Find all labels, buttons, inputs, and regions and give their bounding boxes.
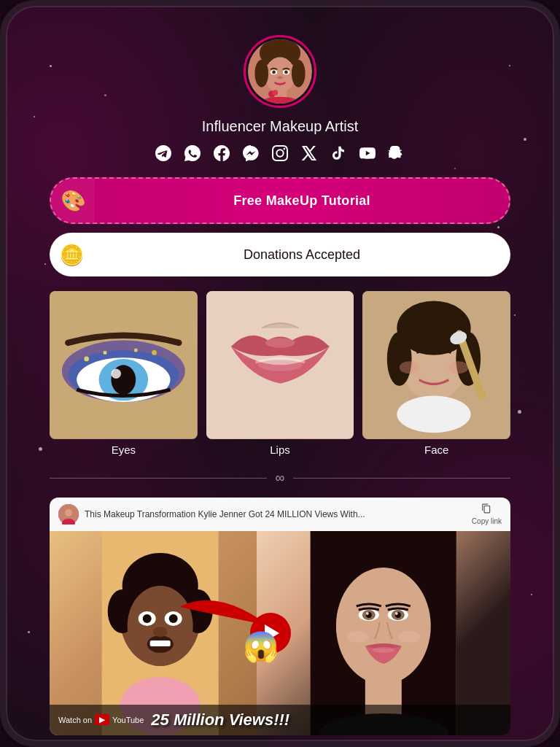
svg-point-37 [397,396,471,433]
views-text-bar: Watch on ▶ YouTube 25 Million Views!!! [50,705,510,735]
whatsapp-icon[interactable] [183,144,202,163]
youtube-label: YouTube [112,716,144,724]
copy-link-button[interactable]: Copy link [472,503,502,525]
svg-point-34 [449,361,469,374]
watch-on-text: Watch on [58,716,92,724]
instagram-icon[interactable] [271,144,289,163]
messenger-icon[interactable] [241,144,260,163]
svg-point-4 [292,60,306,87]
social-icons-row [154,144,406,163]
svg-point-68 [347,631,369,643]
youtube-logo: Watch on ▶ YouTube [58,714,144,725]
tutorial-button-label: Free MakeUp Tutorial [95,193,509,209]
category-lips[interactable]: Lips [206,291,354,456]
svg-point-10 [284,71,288,74]
svg-point-22 [103,351,106,355]
profile-name: Influencer Makeup Artist [202,118,359,135]
svg-point-11 [277,77,282,80]
svg-point-57 [336,568,431,684]
svg-point-20 [111,368,121,379]
donations-button-icon: 🪙 [50,233,93,276]
svg-point-13 [273,90,278,95]
snapchat-icon[interactable] [387,144,406,163]
video-header: This Makeup Transformation Kylie Jenner … [50,498,510,531]
svg-point-24 [134,349,138,352]
svg-point-39 [65,509,72,516]
svg-point-21 [84,357,89,362]
divider-line-left [50,478,267,479]
page-content: Influencer Makeup Artist [6,6,554,741]
copy-link-icon [481,503,491,516]
avatar-ring [244,35,316,108]
svg-point-69 [398,631,420,643]
telegram-icon[interactable] [154,144,173,163]
divider-symbol: ∞ [276,471,285,486]
video-channel-avatar [58,504,79,525]
category-eyes[interactable]: Eyes [50,291,198,456]
views-count: 25 Million Views!!! [151,711,289,729]
lips-thumbnail [206,291,354,439]
video-container[interactable]: This Makeup Transformation Kylie Jenner … [50,498,510,735]
lips-label: Lips [270,444,290,456]
youtube-icon[interactable] [358,144,377,163]
svg-point-67 [373,647,394,653]
svg-point-9 [272,71,276,74]
copy-link-label: Copy link [472,517,502,525]
svg-point-49 [143,614,152,623]
tiktok-icon[interactable] [329,144,348,163]
divider-line-right [293,478,510,479]
donations-accepted-button[interactable]: 🪙 Donations Accepted [50,233,510,276]
avatar-container [244,35,316,108]
svg-point-23 [152,350,157,355]
video-title: This Makeup Transformation Kylie Jenner … [85,509,466,519]
avatar [248,39,312,104]
twitter-x-icon[interactable] [300,144,319,163]
tutorial-button-icon: 🎨 [51,179,95,222]
category-grid: Eyes [50,291,510,456]
eyes-label: Eyes [112,444,136,456]
facebook-icon[interactable] [212,144,231,163]
svg-point-2 [265,57,295,93]
donations-button-label: Donations Accepted [93,247,510,263]
category-face[interactable]: Face [362,291,510,456]
youtube-icon-badge: ▶ [95,714,109,725]
free-makeup-tutorial-button[interactable]: 🎨 Free MakeUp Tutorial [50,177,510,224]
divider-1: ∞ [50,471,510,486]
eyes-thumbnail [50,291,198,439]
svg-point-31 [387,332,412,386]
svg-point-66 [395,612,398,615]
avatar-svg [248,39,312,104]
tablet-frame: Influencer Makeup Artist [0,0,560,747]
svg-point-26 [265,338,295,348]
face-thumbnail [362,291,510,439]
svg-point-3 [254,60,268,87]
svg-point-33 [400,361,419,374]
svg-point-65 [366,612,369,615]
video-thumbnail: 😱 Watch on ▶ YouTube 25 Million Views!!! [50,531,510,735]
shocked-emoji: 😱 [243,630,279,664]
face-label: Face [424,444,448,456]
